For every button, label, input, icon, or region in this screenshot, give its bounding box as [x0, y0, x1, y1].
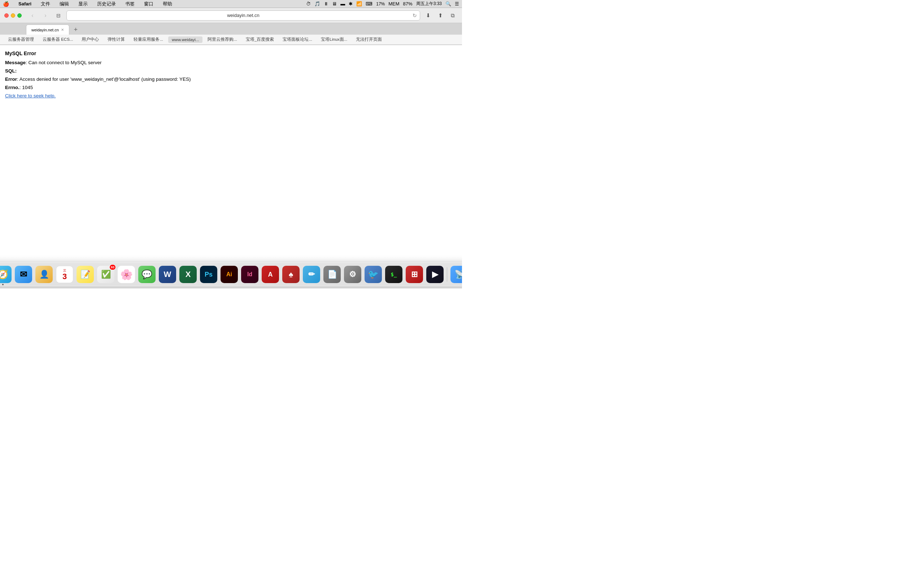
back-button[interactable]: ‹: [27, 10, 37, 21]
error-message-row: Message: Can not connect to MySQL server: [5, 59, 196, 67]
url-text: weidayin.net.cn: [70, 13, 416, 18]
safari-running-dot: [2, 284, 3, 285]
autocad-icon: A: [262, 266, 279, 283]
error-error-value: Access denied for user 'www_weidayin_net…: [19, 76, 191, 82]
download-button[interactable]: ⬇: [423, 10, 433, 21]
page-content: MySQL Error Message: Can not connect to …: [0, 45, 462, 105]
refresh-button[interactable]: ↻: [412, 13, 417, 18]
dock-item-notes[interactable]: 📝: [76, 265, 95, 284]
dock-item-mail[interactable]: ✉: [14, 265, 33, 284]
error-errno-label: Errno.: [5, 85, 19, 90]
bookmark-4[interactable]: 轻量应用服务...: [130, 36, 167, 43]
dock-item-contacts[interactable]: 👤: [35, 265, 53, 284]
bookmark-10[interactable]: 无法打开页面: [352, 36, 386, 43]
share-button[interactable]: ⬆: [435, 10, 446, 21]
sidebar-button[interactable]: ⊟: [53, 10, 63, 21]
error-box: MySQL Error Message: Can not connect to …: [5, 49, 196, 100]
mikrolern-icon: 🐦: [365, 266, 382, 283]
dock-item-indesign[interactable]: Id: [241, 265, 259, 284]
bookmark-1[interactable]: 云服务器 ECS...: [39, 36, 76, 43]
reminders-icon: ✅ 93: [97, 266, 115, 283]
dock-item-autocad[interactable]: A: [261, 265, 280, 284]
word-icon: W: [159, 266, 176, 283]
bookmark-2[interactable]: 用户中心: [78, 36, 102, 43]
bookmark-7[interactable]: 宝塔_百度搜索: [242, 36, 278, 43]
newtab-button[interactable]: ⧉: [447, 10, 458, 21]
battery-meter-icon: ▬: [340, 1, 345, 6]
error-help-link[interactable]: Click here to seek help.: [5, 93, 56, 98]
dock-item-imovie[interactable]: ▶: [426, 265, 444, 284]
minimize-button[interactable]: [11, 13, 15, 18]
music-icon: 🎵: [314, 1, 320, 6]
error-error-row: Error: Access denied for user 'www_weida…: [5, 76, 196, 84]
forward-button[interactable]: ›: [40, 10, 50, 21]
dock-item-wechat[interactable]: 💬: [137, 265, 156, 284]
close-button[interactable]: [4, 13, 9, 18]
dock-item-word[interactable]: W: [158, 265, 177, 284]
photos-icon: 🌸: [118, 266, 135, 283]
dock-item-solitaire[interactable]: ♠: [281, 265, 300, 284]
dock-item-mikrolern[interactable]: 🐦: [364, 265, 383, 284]
imovie-icon: ▶: [426, 266, 444, 283]
illustrator-icon: Ai: [221, 266, 238, 283]
fullscreen-button[interactable]: [17, 13, 22, 18]
dock: 😊 🚀 🧭 ✉ 👤 三 3: [0, 263, 462, 286]
dock-item-pencil[interactable]: ✏: [302, 265, 321, 284]
airdrop-icon: 📡: [451, 266, 462, 283]
dock-item-syspreferences[interactable]: ⚙: [343, 265, 362, 284]
menu-window[interactable]: 窗口: [142, 0, 155, 8]
bookmark-9[interactable]: 宝塔Linux面...: [317, 36, 351, 43]
menu-view[interactable]: 显示: [77, 0, 89, 8]
error-help-row[interactable]: Click here to seek help.: [5, 92, 196, 100]
forward-icon: ›: [44, 12, 46, 19]
bookmark-5[interactable]: www.weidayi...: [168, 36, 202, 43]
excel-icon: X: [179, 266, 197, 283]
dock-item-reminders[interactable]: ✅ 93: [96, 265, 115, 284]
tab-close-icon[interactable]: ✕: [61, 28, 64, 32]
dock-item-terminal[interactable]: $_: [384, 265, 403, 284]
error-error-label: Error: [5, 76, 17, 82]
dock-item-airdrop[interactable]: 📡: [450, 265, 462, 284]
bookmark-3[interactable]: 弹性计算: [104, 36, 129, 43]
apple-menu[interactable]: 🍎: [3, 1, 9, 7]
bookmarks-bar: 云服务器管理 云服务器 ECS... 用户中心 弹性计算 轻量应用服务... w…: [0, 35, 462, 45]
bookmark-8[interactable]: 宝塔面板论坛...: [279, 36, 316, 43]
menu-safari[interactable]: Safari: [17, 1, 33, 7]
dock-item-photoshop[interactable]: Ps: [199, 265, 218, 284]
url-bar[interactable]: weidayin.net.cn ↻: [66, 10, 420, 21]
scanner-icon: 📄: [323, 266, 341, 283]
dock-item-scanner[interactable]: 📄: [323, 265, 341, 284]
browser-chrome: ‹ › ⊟ weidayin.net.cn ↻ ⬇ ⬆ ⧉ weidayin.n…: [0, 8, 462, 45]
toolbar-right-buttons: ⬇ ⬆ ⧉: [423, 10, 458, 21]
bookmark-0[interactable]: 云服务器管理: [4, 36, 37, 43]
bookmark-6[interactable]: 阿里云推荐购...: [204, 36, 241, 43]
menu-help[interactable]: 帮助: [162, 0, 174, 8]
dock-item-excel[interactable]: X: [179, 265, 197, 284]
dock-item-safari[interactable]: 🧭: [0, 265, 12, 284]
menu-bookmarks[interactable]: 书签: [124, 0, 136, 8]
dock-item-parallels[interactable]: ⊞: [405, 265, 424, 284]
notification-center-icon[interactable]: ☰: [455, 1, 459, 6]
new-tab-button[interactable]: +: [71, 24, 81, 35]
menu-file[interactable]: 文件: [39, 0, 52, 8]
browser-toolbar: ‹ › ⊟ weidayin.net.cn ↻ ⬇ ⬆ ⧉: [0, 8, 462, 23]
active-tab[interactable]: weidayin.net.cn ✕: [26, 24, 69, 35]
error-sql-label: SQL:: [5, 68, 16, 74]
search-icon[interactable]: 🔍: [446, 1, 451, 6]
error-sql-row: SQL:: [5, 67, 196, 76]
parallels-icon: ⊞: [406, 266, 423, 283]
dock-item-illustrator[interactable]: Ai: [220, 265, 239, 284]
pause-icon: ⏸: [324, 1, 328, 6]
reminders-badge: 93: [109, 264, 116, 270]
mem-value: 87%: [403, 1, 412, 6]
mail-icon: ✉: [15, 266, 32, 283]
menu-history[interactable]: 历史记录: [96, 0, 117, 8]
dock-item-calendar[interactable]: 三 3: [55, 265, 74, 284]
display-icon: 🖥: [332, 1, 337, 6]
menu-edit[interactable]: 编辑: [58, 0, 70, 8]
wechat-icon: 💬: [138, 266, 155, 283]
screentime-icon: ⏱: [306, 1, 311, 6]
dock-item-photos[interactable]: 🌸: [117, 265, 136, 284]
indesign-icon: Id: [241, 266, 258, 283]
dock-container: 😊 🚀 🧭 ✉ 👤 三 3: [0, 254, 462, 288]
